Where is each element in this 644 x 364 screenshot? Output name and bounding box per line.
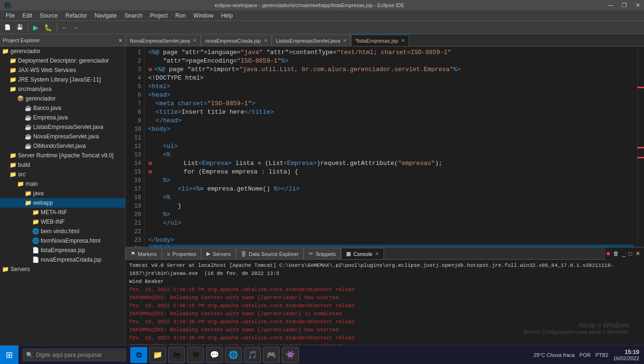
sidebar-item-label-servers: Servers — [10, 266, 30, 273]
sidebar-item-gerenciador2[interactable]: 📦gerenciador — [0, 94, 125, 103]
toolbar-btn-save[interactable]: 💾 — [14, 23, 26, 32]
sidebar-item-main[interactable]: 📁main — [0, 179, 125, 189]
sidebar-item-webapp[interactable]: 📁webapp — [0, 198, 125, 208]
folder-icon: 📁 — [17, 181, 24, 187]
sidebar-item-src[interactable]: 📁src — [0, 170, 125, 179]
sidebar-item-novaservlet[interactable]: ☕NovaEmpresaServlet.java — [0, 132, 125, 141]
sidebar-item-formNova[interactable]: 🌐formNovaEmpresa.html — [0, 236, 125, 246]
tab-close-icon[interactable]: ✕ — [264, 38, 268, 43]
code-text-line-1: <%@ page "attr">language="java" "attr">c… — [148, 48, 451, 57]
panel-minimize-button[interactable]: _ — [621, 249, 626, 258]
bottom-tab-properties[interactable]: ≡Properties — [162, 248, 202, 259]
bottom-panels: ⚑Markers≡Properties▶Servers🗄Data Source … — [125, 247, 644, 354]
console-line-3: fev. 16, 2022 2:46:15 PM org.apache.cata… — [129, 302, 640, 310]
bottom-tab-data-source-explorer[interactable]: 🗄Data Source Explorer — [236, 248, 304, 259]
toolbar-btn-new[interactable]: 📄 — [2, 23, 13, 32]
line-number-12: 12 — [125, 142, 141, 151]
code-content[interactable]: <%@ page "attr">language="java" "attr">c… — [144, 46, 637, 247]
sidebar-item-label-gerenciador: gerenciador — [10, 48, 40, 55]
editor-tab-novaempresacriada-jsp[interactable]: novaEmpresaCriada.jsp✕ — [201, 35, 271, 46]
toolbar-btn-run[interactable]: ▶ — [31, 22, 41, 33]
sidebar-close-button[interactable]: ✕ — [118, 38, 122, 43]
bottom-tab-close-icon[interactable]: ✕ — [375, 251, 379, 256]
menu-item-refactor[interactable]: Refactor — [62, 11, 90, 20]
bottom-tab-servers[interactable]: ▶Servers — [201, 248, 236, 259]
taskbar-explorer[interactable]: 📁 — [149, 347, 166, 363]
editor-scrollbar-gutter[interactable] — [637, 46, 644, 247]
taskbar-taskview[interactable]: ⧉ — [130, 347, 147, 363]
menu-item-window[interactable]: Window — [189, 11, 217, 20]
sidebar-item-oimundo[interactable]: ☕OiMundoServlet.java — [0, 141, 125, 151]
taskbar-spotify[interactable]: 🎵 — [244, 347, 261, 363]
menu-item-navigate[interactable]: Navigate — [90, 11, 120, 20]
sidebar-item-label-webinf: WEB-INF — [41, 218, 65, 225]
panel-maximize-button[interactable]: □ — [628, 249, 633, 258]
menu-item-source[interactable]: Source — [36, 11, 62, 20]
sidebar-item-deployment[interactable]: 📁Deployment Descriptor: gerenciador — [0, 56, 125, 65]
sidebar-item-jaxws[interactable]: 📁JAX-WS Web Services — [0, 65, 125, 75]
close-button[interactable]: ✕ — [635, 2, 640, 9]
editor-tab--listaempresas-jsp[interactable]: *listaEmpresas.jsp✕ — [351, 35, 409, 46]
menu-item-file[interactable]: File — [2, 11, 18, 20]
bottom-tab-console[interactable]: ▦Console✕ — [341, 248, 384, 259]
tab-close-icon[interactable]: ✕ — [343, 38, 347, 43]
taskbar-app2[interactable]: 👾 — [282, 347, 299, 363]
menu-item-help[interactable]: Help — [217, 11, 237, 20]
sidebar-item-serverruntime[interactable]: 📁Server Runtime [Apache Tomcat v9.0] — [0, 151, 125, 160]
sidebar-item-metainf[interactable]: 📁META-INF — [0, 208, 125, 217]
menu-item-project[interactable]: Project — [146, 11, 171, 20]
sidebar-item-empresa[interactable]: ☕Empresa.java — [0, 113, 125, 122]
sidebar-item-servers[interactable]: 📁Servers — [0, 264, 125, 274]
sidebar-item-bemvindo[interactable]: 🌐bem vindo.html — [0, 227, 125, 236]
taskbar-mail[interactable]: ✉ — [187, 347, 204, 363]
maximize-button[interactable]: ❐ — [622, 2, 627, 9]
console-stop-button[interactable]: ■ — [606, 249, 611, 258]
minimize-button[interactable]: — — [608, 2, 613, 9]
taskbar-app1[interactable]: 🎮 — [263, 347, 280, 363]
code-text-line-21: </ul> — [148, 219, 181, 228]
code-text-line-14: List<Empresa> lista = (List<Empresa>)req… — [154, 159, 442, 168]
tab-close-icon[interactable]: ✕ — [193, 38, 197, 43]
search-box[interactable]: 🔍 Digite aqui para pesquisar — [22, 348, 126, 362]
time-display: 15:19 — [613, 349, 639, 355]
code-text-line-8: <title>Insert title here</title> — [148, 108, 274, 117]
sidebar-item-listasservlet[interactable]: ☕ListasEmpresasServlet.java — [0, 122, 125, 132]
code-text-line-6: <head> — [148, 91, 170, 100]
sidebar-item-webinf[interactable]: 📁WEB-INF — [0, 217, 125, 227]
console-line-2: INFORMAÇÕES: Reloading Context with name… — [129, 294, 640, 302]
taskbar-store[interactable]: 🛍 — [168, 347, 185, 363]
toolbar-btn-back[interactable]: ← — [60, 23, 70, 32]
panel-close-button[interactable]: ✕ — [635, 249, 641, 258]
sidebar-item-listaempresas[interactable]: 📄listaEmpresas.jsp — [0, 246, 125, 255]
bottom-tab-snippets[interactable]: ✂Snippets — [304, 248, 341, 259]
toolbar-btn-debug[interactable]: 🐛 — [42, 22, 54, 33]
clock: 15:19 16/02/2022 — [613, 349, 639, 361]
menu-item-run[interactable]: Run — [171, 11, 189, 20]
sidebar-item-label-metainf: META-INF — [41, 209, 67, 216]
start-button[interactable]: ⊞ — [0, 346, 18, 364]
console-clear-button[interactable]: 🗑 — [612, 249, 620, 258]
console-line-6: INFORMAÇÕES: Reloading Context with name… — [129, 326, 640, 334]
sidebar-item-label-listasservlet: ListasEmpresasServlet.java — [33, 124, 103, 130]
taskbar-discord[interactable]: 💬 — [206, 347, 223, 363]
menu-item-search[interactable]: Search — [121, 11, 146, 20]
sidebar-item-srcmainjava[interactable]: 📁src/main/java — [0, 84, 125, 94]
sidebar-item-gerenciador[interactable]: 📁gerenciador — [0, 46, 125, 56]
bottom-tab-markers[interactable]: ⚑Markers — [125, 248, 162, 259]
menu-item-edit[interactable]: Edit — [18, 11, 36, 20]
bottom-panel-controls: ■ 🗑 _ □ ✕ — [606, 247, 644, 260]
tab-label: ListasEmpresasServlet.java — [276, 38, 340, 44]
sidebar-item-novacriada[interactable]: 📄novaEmpresaCriada.jsp — [0, 255, 125, 264]
sidebar-item-build[interactable]: 📁build — [0, 160, 125, 170]
tab-close-icon[interactable]: ✕ — [401, 38, 405, 43]
search-icon: 🔍 — [26, 352, 33, 358]
sidebar-item-banco[interactable]: ☕Banco.java — [0, 103, 125, 113]
sidebar-item-java2[interactable]: 📁java — [0, 189, 125, 198]
editor-tab-novaempresaservlet-java[interactable]: NovaEmpresaServlet.java✕ — [125, 35, 201, 46]
html-icon: 🌐 — [32, 228, 39, 235]
sidebar-item-jre[interactable]: 📁JRE System Library [JavaSE-11] — [0, 75, 125, 84]
editor-tab-listasempresasservlet-java[interactable]: ListasEmpresasServlet.java✕ — [272, 35, 351, 46]
toolbar-btn-forward[interactable]: → — [71, 23, 80, 32]
taskbar-chrome[interactable]: 🌐 — [225, 347, 242, 363]
code-editor[interactable]: 123456789101112131415161718192021222324 … — [125, 46, 644, 247]
